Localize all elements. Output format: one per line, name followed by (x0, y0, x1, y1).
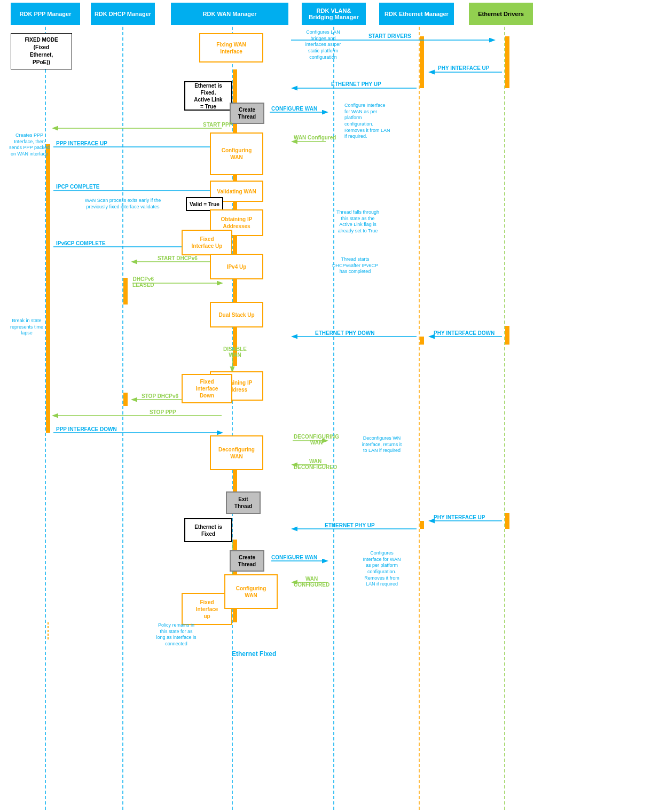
header-ethernet-drivers: Ethernet Drivers (469, 3, 533, 25)
label-wan-deconfigured: WANDECONFIGURED (294, 458, 337, 470)
annotation-configures-lan: Configures LANbridges andinterfaces as p… (288, 29, 358, 60)
box-configuring-wan-1: ConfiguringWAN (210, 132, 263, 175)
box-create-thread-1: CreateThread (230, 103, 264, 124)
label-start-drivers: START DRIVERS (368, 33, 411, 39)
annotation-configure-iface: Configure Interfacefor WAN as perplatfor… (344, 103, 419, 140)
label-deconfiguring-wan: DECONFIGURINGWAN (294, 434, 339, 446)
annotation-thread-starts-dhcp: Thread startsDHCPv6after IPv6CPhas compl… (320, 256, 390, 275)
annotation-configures-wan2: ConfiguresInterface for WANas per platfo… (344, 550, 419, 588)
header-ppp-manager: RDK PPP Manager (11, 3, 80, 25)
label-ipcp-complete: IPCP COMPLETE (56, 184, 100, 190)
annotation-policy-remains: Policy remains inthis state for aslong a… (142, 622, 211, 647)
box-eth-is-fixed: Ethernet isFixed (184, 518, 232, 542)
box-exit-thread: ExitThread (226, 491, 261, 514)
label-ethernet-phy-up-1: ETHERNET PHY UP (331, 81, 381, 87)
label-stop-dhcpv6: STOP DHCPv6 (142, 393, 178, 399)
label-configure-wan-2: CONFIGURE WAN (271, 555, 317, 560)
diagram-container: RDK PPP Manager RDK DHCP Manager RDK WAN… (0, 0, 667, 812)
annotation-thread-falls: Thread falls throughthis state as theAct… (320, 209, 395, 235)
label-wan-configured-2: WANCONFIGURED (294, 576, 329, 588)
box-fixed-iface-down: FixedInterfaceDown (182, 374, 232, 403)
label-phy-iface-up-2: PHY INTERFACE UP (434, 514, 485, 520)
label-phy-iface-up-1: PHY INTERFACE UP (438, 65, 490, 71)
label-ppp-iface-down: PPP INTERFACE DOWN (56, 426, 117, 432)
box-deconfiguring-wan: DeconfiguringWAN (210, 435, 263, 470)
annotation-wanscan-exit: WAN Scan process exits early if theprevi… (69, 198, 176, 210)
header-wan-manager: RDK WAN Manager (171, 3, 288, 25)
box-fixing-wan: Fixing WANInterface (199, 33, 263, 63)
box-configuring-wan-2: ConfiguringWAN (224, 574, 278, 609)
box-ipv4-up: IPv4 Up (210, 254, 263, 279)
label-phy-iface-down: PHY INTERFACE DOWN (434, 330, 495, 336)
label-ppp-iface-up: PPP INTERFACE UP (56, 140, 107, 146)
label-configure-wan-1: CONFIGURE WAN (271, 106, 317, 112)
label-ethernet-fixed: Ethernet Fixed (232, 650, 276, 658)
label-start-ppp: START PPP (203, 122, 232, 128)
label-dhcpv6-leased: DHCPv6LEASED (132, 276, 154, 288)
box-eth-fixed-active: Ethernet isFixed.Active Link= True (184, 81, 232, 111)
box-fixed-iface-up: FixedInterface Up (182, 230, 232, 255)
annotation-creates-ppp: Creates PPPInterface, thensends PPP pack… (3, 132, 56, 158)
label-ipv6cp-complete: IPv6CP COMPLETE (56, 240, 106, 246)
header-ethernet-manager: RDK Ethernet Manager (379, 3, 454, 25)
header-vlan-manager: RDK VLAN& Bridging Manager (302, 3, 366, 25)
annotation-break-state: Break in staterepresents timelapse (3, 318, 51, 337)
label-wan-configured-1: WAN Configured (294, 135, 336, 140)
box-dual-stack-up: Dual Stack Up (210, 302, 263, 327)
annotation-deconfigures: Deconfigures WNinterface, returns itto L… (344, 435, 419, 454)
label-start-dhcpv6: START DHCPv6 (158, 255, 198, 261)
label-disable-wan: DISABLEWAN (223, 346, 247, 358)
header-dhcp-manager: RDK DHCP Manager (91, 3, 155, 25)
label-ethernet-phy-up-2: ETHERNET PHY UP (325, 522, 375, 528)
fixed-mode-box: FIXED MODE(FixedEthernet,PPoE)) (11, 33, 72, 69)
box-create-thread-2: CreateThread (230, 550, 264, 572)
arrows-svg (0, 0, 667, 812)
label-ethernet-phy-down: ETHERNET PHY DOWN (315, 330, 375, 336)
label-stop-ppp: STOP PPP (150, 409, 176, 415)
